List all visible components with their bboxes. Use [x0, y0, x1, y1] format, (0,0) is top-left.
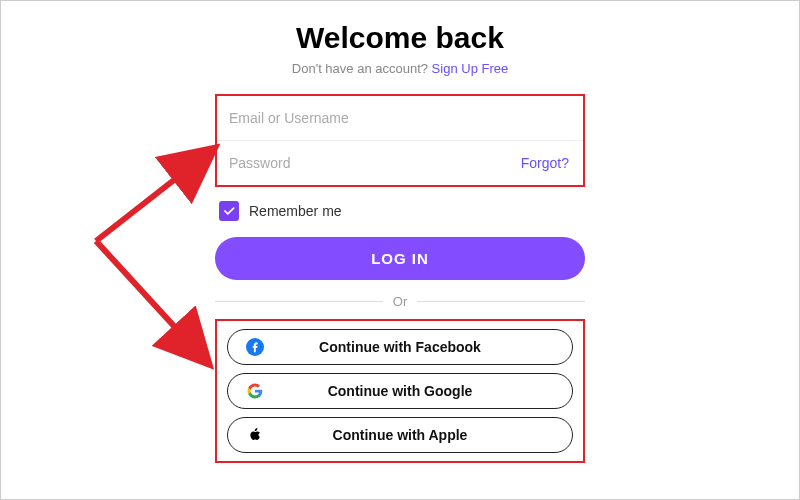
signup-prefix: Don't have an account?	[292, 61, 432, 76]
continue-apple-button[interactable]: Continue with Apple	[227, 417, 573, 453]
continue-google-button[interactable]: Continue with Google	[227, 373, 573, 409]
svg-line-2	[96, 241, 206, 361]
facebook-icon	[246, 338, 264, 356]
social-group: Continue with Facebook Continue with Goo…	[215, 319, 585, 463]
remember-row: Remember me	[219, 201, 585, 221]
svg-line-1	[96, 151, 211, 241]
apple-icon	[246, 426, 264, 444]
divider-label: Or	[393, 294, 407, 309]
apple-btn-label: Continue with Apple	[333, 427, 468, 443]
divider: Or	[215, 294, 585, 309]
forgot-link[interactable]: Forgot?	[521, 155, 569, 171]
signup-prompt: Don't have an account? Sign Up Free	[215, 61, 585, 76]
email-row	[217, 96, 583, 141]
page-title: Welcome back	[215, 21, 585, 55]
password-row: Forgot?	[217, 141, 583, 185]
divider-line-left	[215, 301, 383, 302]
continue-facebook-button[interactable]: Continue with Facebook	[227, 329, 573, 365]
email-field[interactable]	[217, 96, 583, 140]
google-btn-label: Continue with Google	[328, 383, 473, 399]
login-button[interactable]: LOG IN	[215, 237, 585, 280]
signup-link[interactable]: Sign Up Free	[432, 61, 509, 76]
facebook-btn-label: Continue with Facebook	[319, 339, 481, 355]
check-icon	[222, 204, 236, 218]
remember-label: Remember me	[249, 203, 342, 219]
credentials-group: Forgot?	[215, 94, 585, 187]
google-icon	[246, 382, 264, 400]
remember-checkbox[interactable]	[219, 201, 239, 221]
divider-line-right	[417, 301, 585, 302]
